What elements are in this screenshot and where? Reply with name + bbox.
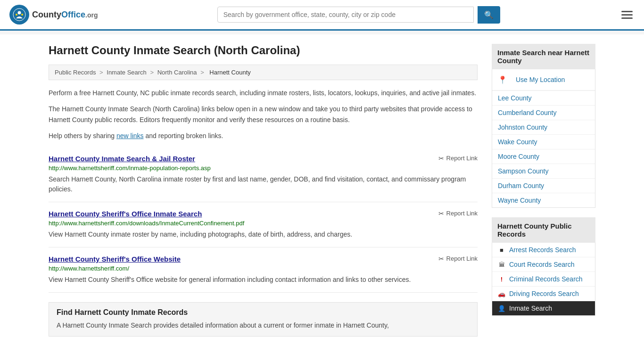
wayne-county-item[interactable]: Wayne County — [492, 193, 595, 207]
durham-county-link[interactable]: Durham County — [492, 179, 595, 193]
report-link-1[interactable]: ✂ Report Link — [438, 155, 478, 162]
menu-icon-line1 — [621, 11, 633, 12]
sharing-description: Help others by sharing new links and rep… — [49, 131, 478, 141]
criminal-icon: ! — [498, 276, 505, 283]
new-links-link[interactable]: new links — [116, 132, 144, 140]
report-icon-1: ✂ — [438, 155, 444, 162]
breadcrumb-inmate-search[interactable]: Inmate Search — [107, 69, 147, 76]
driving-icon: 🚗 — [498, 290, 505, 297]
menu-icon-line3 — [621, 17, 633, 19]
svg-point-0 — [13, 8, 25, 21]
logo-area: CountyOffice.org — [9, 5, 98, 25]
svg-point-1 — [18, 11, 21, 15]
criminal-records-link[interactable]: Criminal Records Search — [509, 275, 583, 283]
svg-point-2 — [16, 14, 17, 16]
report-icon-2: ✂ — [438, 210, 444, 217]
report-link-3[interactable]: ✂ Report Link — [438, 255, 478, 263]
location-icon: 📍 — [498, 75, 507, 84]
header: CountyOffice.org 🔍 — [0, 0, 644, 31]
nearby-section: Inmate Search near Harnett County 📍 Use … — [492, 44, 595, 208]
result-desc-1: Search Harnett County, North Carolina in… — [49, 174, 478, 194]
public-records-list: ■ Arrest Records Search 🏛 Court Records … — [492, 243, 595, 316]
breadcrumb-north-carolina[interactable]: North Carolina — [157, 69, 197, 76]
lee-county-item[interactable]: Lee County — [492, 91, 595, 106]
moore-county-link[interactable]: Moore County — [492, 149, 595, 164]
logo-text-area: CountyOffice.org — [32, 10, 98, 20]
breadcrumb-sep1: > — [99, 69, 105, 76]
search-input[interactable] — [217, 7, 474, 23]
find-section-title: Find Harnett County Inmate Records — [57, 308, 470, 317]
logo-icon — [9, 5, 29, 25]
sidebar: Inmate Search near Harnett County 📍 Use … — [492, 44, 595, 337]
breadcrumb-public-records[interactable]: Public Records — [55, 69, 96, 76]
inmate-search-item[interactable]: 👤 Inmate Search — [492, 301, 595, 315]
court-records-item[interactable]: 🏛 Court Records Search — [492, 257, 595, 272]
inmate-search-link[interactable]: Inmate Search — [509, 304, 552, 312]
arrest-records-item[interactable]: ■ Arrest Records Search — [492, 243, 595, 257]
sampson-county-item[interactable]: Sampson County — [492, 164, 595, 179]
search-area: 🔍 — [217, 6, 500, 24]
report-label-3: Report Link — [446, 255, 478, 262]
report-link-2[interactable]: ✂ Report Link — [438, 210, 478, 217]
sharing-text: Help others by sharing — [49, 132, 115, 140]
find-section: Find Harnett County Inmate Records A Har… — [49, 302, 478, 337]
result-desc-2: View Harnett County inmate roster by nam… — [49, 230, 478, 239]
nearby-header: Inmate Search near Harnett County — [492, 44, 595, 69]
wake-county-link[interactable]: Wake County — [492, 135, 595, 149]
breadcrumb-current: Harnett County — [209, 69, 250, 76]
breadcrumb-sep3: > — [200, 69, 206, 76]
result-item-3: Harnett County Sheriff's Office Website … — [49, 247, 478, 293]
wayne-county-link[interactable]: Wayne County — [492, 193, 595, 207]
search-button[interactable]: 🔍 — [478, 6, 500, 24]
result-item-2: Harnett County Sheriff's Office Inmate S… — [49, 202, 478, 247]
public-records-section: Harnett County Public Records ■ Arrest R… — [492, 217, 595, 316]
main-content: Harnett County Inmate Search (North Caro… — [49, 44, 478, 337]
cumberland-county-link[interactable]: Cumberland County — [492, 106, 595, 120]
public-records-header: Harnett County Public Records — [492, 217, 595, 243]
result-header-1: Harnett County Inmate Search & Jail Rost… — [49, 155, 478, 163]
inmate-icon: 👤 — [498, 305, 505, 312]
driving-records-item[interactable]: 🚗 Driving Records Search — [492, 287, 595, 301]
result-header-2: Harnett County Sheriff's Office Inmate S… — [49, 210, 478, 218]
court-records-link[interactable]: Court Records Search — [509, 261, 575, 268]
menu-button[interactable] — [619, 9, 635, 21]
report-label-1: Report Link — [446, 155, 478, 162]
svg-point-3 — [21, 14, 23, 16]
result-item-1: Harnett County Inmate Search & Jail Rost… — [49, 147, 478, 202]
detail-description: The Harnett County Inmate Search (North … — [49, 104, 478, 125]
johnston-county-link[interactable]: Johnston County — [492, 120, 595, 134]
criminal-records-item[interactable]: ! Criminal Records Search — [492, 272, 595, 287]
menu-icon-line2 — [621, 14, 633, 16]
result-url-1[interactable]: http://www.harnettsheriff.com/inmate-pop… — [49, 165, 478, 172]
use-my-location-link[interactable]: Use My Location — [510, 73, 570, 87]
wake-county-item[interactable]: Wake County — [492, 135, 595, 149]
driving-records-link[interactable]: Driving Records Search — [509, 290, 579, 297]
result-title-3[interactable]: Harnett County Sheriff's Office Website — [49, 255, 181, 263]
lee-county-link[interactable]: Lee County — [492, 91, 595, 105]
result-url-3[interactable]: http://www.harnettsheriff.com/ — [49, 265, 478, 272]
report-label-2: Report Link — [446, 210, 478, 217]
cumberland-county-item[interactable]: Cumberland County — [492, 106, 595, 120]
breadcrumb-sep2: > — [150, 69, 155, 76]
arrest-icon: ■ — [498, 247, 505, 254]
result-desc-3: View Harnett County Sheriff's Office web… — [49, 275, 478, 285]
result-title-2[interactable]: Harnett County Sheriff's Office Inmate S… — [49, 210, 202, 218]
johnston-county-item[interactable]: Johnston County — [492, 120, 595, 135]
durham-county-item[interactable]: Durham County — [492, 179, 595, 193]
layout: Harnett County Inmate Search (North Caro… — [39, 34, 605, 346]
result-title-1[interactable]: Harnett County Inmate Search & Jail Rost… — [49, 155, 195, 163]
top-bar — [0, 31, 644, 34]
use-my-location-item[interactable]: 📍 Use My Location — [492, 69, 595, 91]
sampson-county-link[interactable]: Sampson County — [492, 164, 595, 178]
nearby-list: 📍 Use My Location Lee County Cumberland … — [492, 69, 595, 208]
moore-county-item[interactable]: Moore County — [492, 149, 595, 164]
court-icon: 🏛 — [498, 261, 505, 268]
result-url-2[interactable]: http://www.harnettsheriff.com/downloads/… — [49, 220, 478, 227]
sharing-end: and reporting broken links. — [145, 132, 223, 140]
find-section-desc: A Harnett County Inmate Search provides … — [57, 321, 470, 330]
arrest-records-link[interactable]: Arrest Records Search — [509, 246, 576, 254]
page-title: Harnett County Inmate Search (North Caro… — [49, 44, 478, 57]
search-icon: 🔍 — [484, 11, 494, 19]
report-icon-3: ✂ — [438, 255, 444, 263]
result-header-3: Harnett County Sheriff's Office Website … — [49, 255, 478, 263]
